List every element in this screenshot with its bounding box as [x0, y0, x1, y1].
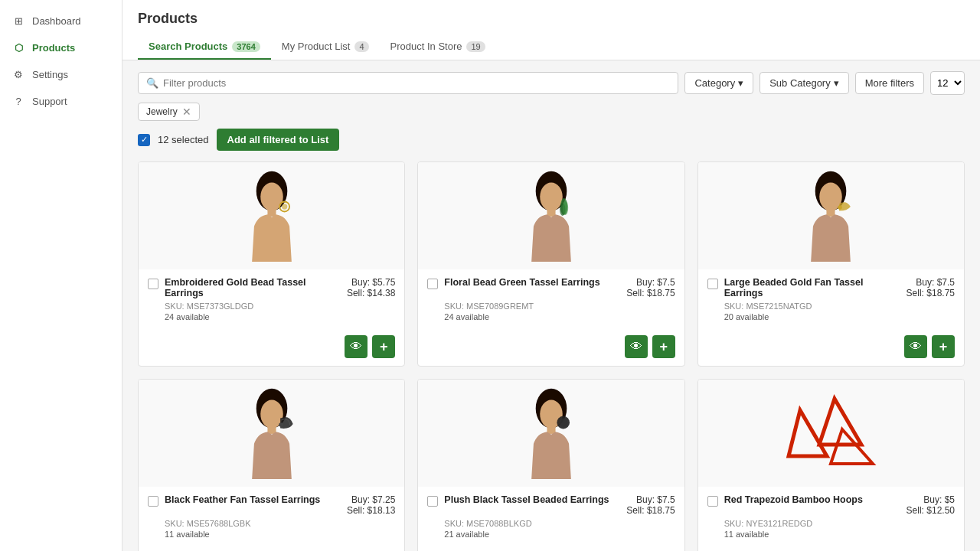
product-card-2: Large Beaded Gold Fan Tassel Earrings Bu… — [697, 161, 965, 367]
plus-icon: + — [380, 339, 388, 355]
svg-point-23 — [559, 419, 567, 427]
product-sku-1: SKU: MSE7089GREMT — [444, 302, 675, 311]
sidebar-item-label: Products — [32, 42, 75, 54]
plus-icon: + — [939, 339, 948, 355]
product-available-5: 11 available — [724, 530, 955, 539]
sidebar-item-support[interactable]: ? Support — [0, 88, 122, 115]
selection-row: 12 selected Add all filtered to List — [138, 129, 965, 151]
sidebar-item-label: Support — [32, 96, 67, 107]
product-image-0 — [139, 162, 404, 269]
product-name-4: Plush Black Tassel Beaded Earrings — [444, 494, 620, 505]
tab-badge-store: 19 — [466, 41, 485, 52]
product-info-5: Red Trapezoid Bamboo Hoops Buy: $5 Sell:… — [698, 487, 964, 551]
filter-tags-row: Jewelry ✕ — [138, 103, 965, 121]
select-all-checkbox[interactable] — [138, 134, 150, 146]
add-all-filtered-to-list-button[interactable]: Add all filtered to List — [217, 129, 340, 151]
product-available-4: 21 available — [444, 530, 675, 539]
content-area: 🔍 Category ▾ Sub Category ▾ More filters… — [122, 60, 980, 551]
product-sku-0: SKU: MSE7373GLDGD — [165, 302, 395, 311]
chevron-down-icon: ▾ — [834, 77, 839, 89]
view-button-1[interactable]: 👁 — [625, 335, 648, 358]
svg-point-4 — [282, 204, 287, 209]
product-price-2: Buy: $7.5 Sell: $18.75 — [906, 277, 955, 298]
product-price-1: Buy: $7.5 Sell: $18.75 — [626, 277, 675, 298]
filter-tag-jewelry: Jewelry ✕ — [138, 103, 200, 121]
svg-point-18 — [279, 422, 283, 427]
product-checkbox-0[interactable] — [148, 279, 158, 289]
tab-search-products[interactable]: Search Products 3764 — [138, 34, 271, 60]
product-image-2 — [698, 162, 964, 269]
product-actions-1: 👁 + — [418, 335, 684, 366]
tab-bar: Search Products 3764 My Product List 4 P… — [138, 34, 965, 60]
product-checkbox-5[interactable] — [707, 496, 718, 507]
close-icon[interactable]: ✕ — [182, 106, 191, 117]
sidebar-item-settings[interactable]: ⚙ Settings — [0, 61, 122, 88]
product-info-0: Embroidered Gold Bead Tassel Earrings Bu… — [139, 269, 404, 335]
subcategory-dropdown[interactable]: Sub Category ▾ — [760, 72, 849, 94]
products-grid: Embroidered Gold Bead Tassel Earrings Bu… — [138, 161, 965, 551]
product-price-0: Buy: $5.75 Sell: $14.38 — [347, 277, 395, 298]
page-title: Products — [138, 11, 965, 27]
add-button-2[interactable]: + — [932, 335, 955, 358]
product-name-5: Red Trapezoid Bamboo Hoops — [724, 494, 900, 505]
tab-product-in-store[interactable]: Product In Store 19 — [380, 34, 496, 60]
tab-badge-list: 4 — [354, 41, 368, 52]
main-content: Products Search Products 3764 My Product… — [122, 0, 980, 551]
grid-icon: ⊞ — [12, 15, 24, 27]
product-sku-4: SKU: MSE7088BLKGD — [444, 519, 675, 528]
view-button-0[interactable]: 👁 — [345, 335, 368, 358]
product-available-1: 24 available — [444, 312, 675, 321]
eye-icon: 👁 — [910, 340, 922, 354]
product-info-2: Large Beaded Gold Fan Tassel Earrings Bu… — [698, 269, 964, 335]
plus-icon: + — [659, 339, 668, 355]
sidebar-item-label: Dashboard — [32, 15, 81, 27]
product-checkbox-3[interactable] — [148, 496, 158, 507]
sidebar-item-label: Settings — [32, 69, 68, 80]
product-card-1: Floral Bead Green Tassel Earrings Buy: $… — [417, 161, 684, 367]
selected-count-label: 12 selected — [158, 134, 209, 145]
chevron-down-icon: ▾ — [738, 77, 743, 89]
search-row: 🔍 Category ▾ Sub Category ▾ More filters… — [138, 71, 965, 95]
product-name-2: Large Beaded Gold Fan Tassel Earrings — [724, 277, 900, 298]
product-checkbox-2[interactable] — [707, 279, 718, 289]
tab-badge-search: 3764 — [232, 41, 260, 52]
product-name-3: Black Feather Fan Tassel Earrings — [165, 494, 341, 505]
product-info-4: Plush Black Tassel Beaded Earrings Buy: … — [418, 487, 684, 551]
product-info-1: Floral Bead Green Tassel Earrings Buy: $… — [418, 269, 684, 335]
page-size-selector[interactable]: 12 24 48 — [930, 71, 965, 95]
product-actions-2: 👁 + — [698, 335, 964, 366]
product-available-3: 11 available — [165, 530, 395, 539]
add-button-1[interactable]: + — [652, 335, 675, 358]
product-available-2: 20 available — [724, 312, 955, 321]
product-actions-0: 👁 + — [139, 335, 404, 366]
product-sku-3: SKU: MSE57688LGBK — [165, 519, 395, 528]
product-checkbox-4[interactable] — [427, 496, 438, 507]
product-name-0: Embroidered Gold Bead Tassel Earrings — [165, 277, 341, 298]
view-button-2[interactable]: 👁 — [904, 335, 927, 358]
product-price-5: Buy: $5 Sell: $12.50 — [906, 494, 955, 516]
sidebar-item-dashboard[interactable]: ⊞ Dashboard — [0, 8, 122, 34]
sidebar: ⊞ Dashboard ⬡ Products ⚙ Settings ? Supp… — [0, 0, 122, 551]
category-dropdown[interactable]: Category ▾ — [684, 72, 753, 94]
search-input[interactable] — [163, 77, 670, 89]
product-info-3: Black Feather Fan Tassel Earrings Buy: $… — [139, 487, 404, 551]
sidebar-item-products[interactable]: ⬡ Products — [0, 34, 122, 61]
product-card-5: Red Trapezoid Bamboo Hoops Buy: $5 Sell:… — [697, 379, 965, 551]
product-image-5 — [698, 380, 964, 487]
tab-my-product-list[interactable]: My Product List 4 — [271, 34, 380, 60]
search-box[interactable]: 🔍 — [138, 72, 678, 94]
add-button-0[interactable]: + — [372, 335, 395, 358]
svg-point-6 — [540, 183, 563, 211]
product-card-4: Plush Black Tassel Beaded Earrings Buy: … — [417, 379, 684, 551]
more-filters-button[interactable]: More filters — [855, 72, 924, 94]
svg-point-10 — [563, 201, 568, 215]
page-header: Products Search Products 3764 My Product… — [122, 0, 980, 60]
product-checkbox-1[interactable] — [427, 279, 438, 289]
gear-icon: ⚙ — [12, 69, 24, 80]
product-image-1 — [418, 162, 684, 269]
product-image-3 — [139, 380, 404, 487]
product-sku-5: SKU: NYE3121REDGD — [724, 519, 955, 528]
product-sku-2: SKU: MSE7215NATGD — [724, 302, 955, 311]
product-image-4 — [418, 380, 684, 487]
box-icon: ⬡ — [12, 42, 24, 54]
